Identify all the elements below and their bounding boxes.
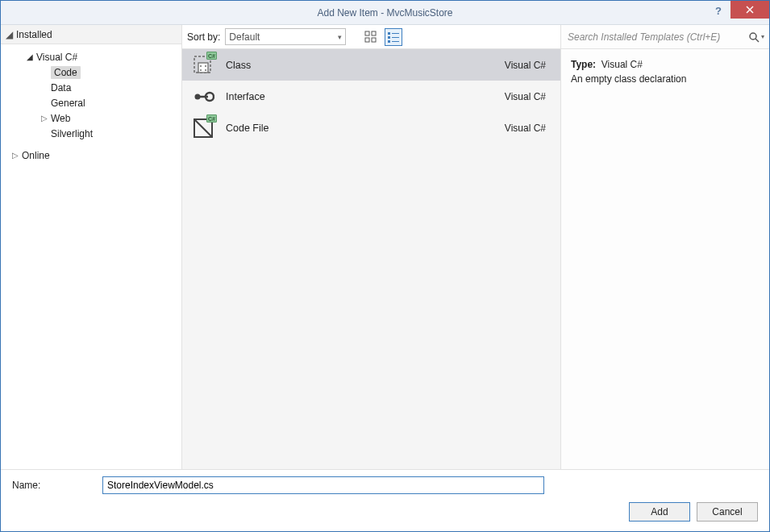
tree-body: ◢ Visual C# Code Data General ▷ Web <box>1 44 181 469</box>
template-lang: Visual C# <box>505 60 551 71</box>
tree-label: General <box>51 98 85 109</box>
chevron-down-icon: ▾ <box>761 33 764 40</box>
svg-rect-4 <box>365 38 369 42</box>
expand-icon: ▷ <box>40 114 49 123</box>
grid-icon <box>364 31 377 44</box>
search-button[interactable]: ▾ <box>748 31 764 43</box>
svg-point-15 <box>205 65 206 67</box>
template-row-class[interactable]: C# Class Visual C# <box>182 49 560 81</box>
svg-rect-2 <box>365 31 369 35</box>
toolbar: Sort by: Default ▾ <box>182 25 560 49</box>
svg-rect-5 <box>372 38 376 42</box>
right-pane: ▾ Type: Visual C# An empty class declara… <box>561 25 769 469</box>
interface-icon <box>192 85 214 108</box>
expand-icon: ◢ <box>25 52 35 61</box>
description-text: An empty class declaration <box>571 72 760 86</box>
view-medium-icons-button[interactable] <box>362 28 380 46</box>
tree-item-general[interactable]: General <box>1 95 181 110</box>
search-row: ▾ <box>561 25 769 49</box>
description: Type: Visual C# An empty class declarati… <box>561 49 769 94</box>
add-new-item-dialog: Add New Item - MvcMusicStore ? ◢ Install… <box>0 0 770 532</box>
tree-label: Visual C# <box>36 52 77 63</box>
tree-label: Silverlight <box>51 128 93 139</box>
help-button[interactable]: ? <box>706 1 730 20</box>
type-label: Type: <box>571 59 596 70</box>
view-details-button[interactable] <box>385 28 402 46</box>
collapse-icon: ◢ <box>6 29 13 40</box>
svg-point-23 <box>750 33 756 39</box>
search-input[interactable] <box>566 29 748 45</box>
svg-point-18 <box>195 94 201 99</box>
sort-label: Sort by: <box>187 31 220 43</box>
cancel-button[interactable]: Cancel <box>697 502 758 522</box>
tree-pane: ◢ Installed ◢ Visual C# Code Data <box>1 25 182 469</box>
class-icon: C# <box>192 54 214 77</box>
sort-dropdown[interactable]: Default ▾ <box>225 28 346 45</box>
type-value: Visual C# <box>601 59 643 70</box>
template-row-interface[interactable]: Interface Visual C# <box>182 81 560 112</box>
tree-item-silverlight[interactable]: Silverlight <box>1 126 181 141</box>
sort-value: Default <box>229 31 260 43</box>
close-icon <box>746 6 754 14</box>
titlebar-buttons: ? <box>706 1 769 25</box>
svg-rect-3 <box>372 31 376 35</box>
template-row-code-file[interactable]: C# Code File Visual C# <box>182 112 560 143</box>
template-lang: Visual C# <box>505 123 551 134</box>
name-input[interactable] <box>102 476 544 494</box>
dialog-title: Add New Item - MvcMusicStore <box>1 7 769 19</box>
svg-point-16 <box>200 69 202 71</box>
content: ◢ Installed ◢ Visual C# Code Data <box>1 25 769 469</box>
template-list: C# Class Visual C# Interface Visual C <box>182 49 560 469</box>
csharp-badge: C# <box>206 52 217 60</box>
name-label: Name: <box>12 480 102 491</box>
tree-item-online[interactable]: ▷ Online <box>1 148 181 163</box>
csharp-badge: C# <box>206 114 217 123</box>
tree-label: Online <box>22 150 50 161</box>
name-row: Name: <box>1 470 769 497</box>
tree-item-visual-csharp[interactable]: ◢ Visual C# <box>1 49 181 64</box>
search-icon <box>748 31 760 43</box>
template-name: Code File <box>226 123 505 134</box>
svg-point-14 <box>200 65 202 67</box>
svg-rect-13 <box>198 63 208 73</box>
button-row: Add Cancel <box>1 497 769 531</box>
svg-rect-10 <box>388 40 390 43</box>
tree-label: Data <box>51 82 71 94</box>
center-pane: Sort by: Default ▾ <box>182 25 561 469</box>
help-icon: ? <box>715 6 722 16</box>
template-lang: Visual C# <box>505 91 551 102</box>
list-icon <box>387 31 400 44</box>
svg-line-24 <box>755 39 759 42</box>
tree-item-web[interactable]: ▷ Web <box>1 110 181 126</box>
tree-label: Code <box>51 66 81 79</box>
tree-item-data[interactable]: Data <box>1 80 181 95</box>
chevron-down-icon: ▾ <box>338 33 342 41</box>
template-name: Class <box>226 60 505 71</box>
tree-item-code[interactable]: Code <box>1 64 181 80</box>
code-file-icon: C# <box>192 117 214 139</box>
svg-rect-6 <box>388 32 390 35</box>
svg-rect-8 <box>388 36 390 39</box>
close-button[interactable] <box>730 1 769 19</box>
bottom-panel: Name: Add Cancel <box>1 469 769 531</box>
tree-header-label: Installed <box>16 29 52 40</box>
titlebar: Add New Item - MvcMusicStore ? <box>1 1 769 25</box>
svg-point-17 <box>205 69 206 71</box>
tree-label: Web <box>51 113 70 124</box>
tree-header-installed[interactable]: ◢ Installed <box>1 25 181 44</box>
add-button[interactable]: Add <box>629 502 690 522</box>
template-name: Interface <box>226 91 505 102</box>
expand-icon: ▷ <box>10 151 20 160</box>
